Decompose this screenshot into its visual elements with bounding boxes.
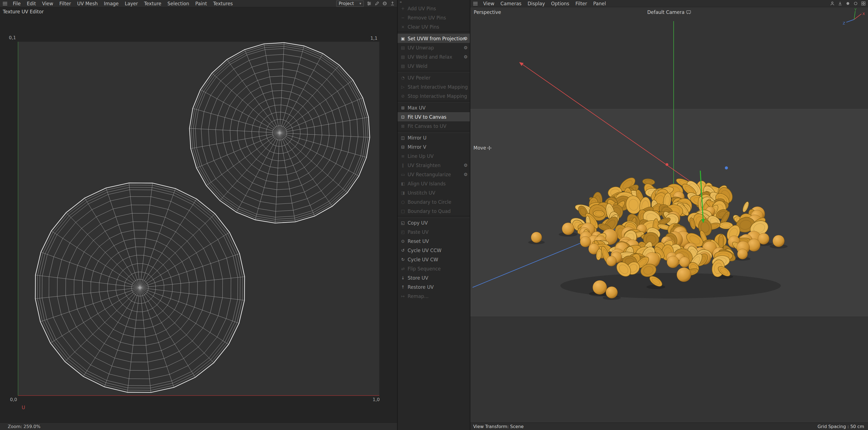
user-icon[interactable] <box>830 1 835 6</box>
sphere-icon[interactable] <box>382 1 387 6</box>
align-uv-islands-icon: ◧ <box>400 181 406 186</box>
sliders-icon[interactable] <box>367 1 372 6</box>
menu-filter[interactable]: Filter <box>56 1 74 6</box>
texture-uv-editor-panel: FileEditViewFilterUV MeshImageLayerTextu… <box>0 0 397 430</box>
view-transform-status: View Transform: Scene <box>473 424 524 429</box>
hamburger-menu-icon[interactable] <box>3 2 7 5</box>
3d-viewport[interactable]: Perspective Default Camera Move XYZ <box>470 7 868 423</box>
v-axis-line <box>18 42 18 396</box>
reset-uv-icon: ⊙ <box>400 239 406 244</box>
tool-item-label: Paste UV <box>408 229 429 235</box>
options-gear-icon[interactable]: ⚙ <box>464 163 468 168</box>
group-separator <box>398 101 470 103</box>
viewport-menu-view[interactable]: View <box>480 1 497 6</box>
boundary-to-quad-icon: □ <box>400 209 406 214</box>
fit-uv-to-canvas-icon: ⊡ <box>400 115 406 119</box>
project-dropdown[interactable]: Project ▾ <box>336 1 364 7</box>
viewport-menu-panel[interactable]: Panel <box>590 1 609 6</box>
tool-item-fit-canvas-to-uv: ⊠Fit Canvas to UV <box>398 121 470 131</box>
tool-item-label: Cycle UV CW <box>408 257 438 262</box>
options-gear-icon[interactable]: ⚙ <box>464 45 468 50</box>
tool-item-align-uv-islands: ◧Align UV Islands <box>398 179 470 188</box>
camera-name: Default Camera <box>647 9 684 15</box>
tool-item-set-uvw-from-projection[interactable]: ▣Set UVW from Projection⚙ <box>398 34 470 43</box>
active-tool-label: Move <box>473 145 492 151</box>
tool-item-restore-uv[interactable]: ↑Restore UV <box>398 282 470 292</box>
download-icon[interactable] <box>837 1 842 6</box>
tool-item-boundary-to-quad: □Boundary to Quad <box>398 206 470 216</box>
upload-icon[interactable] <box>390 1 395 6</box>
tool-item-label: Restore UV <box>408 284 434 290</box>
tool-item-cycle-uv-cw[interactable]: ↻Cycle UV CW <box>398 255 470 264</box>
menu-edit[interactable]: Edit <box>24 1 39 6</box>
menu-image[interactable]: Image <box>101 1 122 6</box>
tool-item-max-uv[interactable]: ⊞Max UV <box>398 103 470 112</box>
menu-layer[interactable]: Layer <box>122 1 141 6</box>
tool-item-boundary-to-circle: ○Boundary to Circle <box>398 197 470 206</box>
palette-grip[interactable]: ≡ <box>398 0 470 4</box>
axis-orientation-gizmo[interactable]: XYZ <box>841 8 866 26</box>
record-icon[interactable] <box>845 1 850 6</box>
stop-interactive-mapping-icon: ⊘ <box>400 94 406 99</box>
menu-paint[interactable]: Paint <box>192 1 210 6</box>
tool-item-clear-uv-pins: ×Clear UV Pins <box>398 22 470 31</box>
tool-item-stop-interactive-mapping: ⊘Stop Interactive Mapping <box>398 91 470 101</box>
u-axis-line <box>18 395 379 396</box>
tool-item-uv-weld: ▧UV Weld <box>398 61 470 70</box>
tool-item-label: UV Rectangularize <box>408 172 451 177</box>
uv-peeler-icon: ◔ <box>400 75 406 80</box>
grid-icon[interactable] <box>861 1 866 6</box>
unstitch-uv-icon: ◨ <box>400 191 406 195</box>
menu-textures[interactable]: Textures <box>210 1 236 6</box>
active-camera-label[interactable]: Default Camera <box>647 9 691 15</box>
group-separator <box>398 131 470 133</box>
tool-item-label: UV Peeler <box>408 75 430 81</box>
options-gear-icon[interactable]: ⚙ <box>464 172 468 177</box>
tool-item-reset-uv[interactable]: ⊙Reset UV <box>398 236 470 246</box>
tool-item-add-uv-pins: +Add UV Pins <box>398 4 470 13</box>
options-gear-icon[interactable]: ⚙ <box>464 36 468 41</box>
cycle-uv-cw-icon: ↻ <box>400 257 406 262</box>
uv-corner-bottom-left: 0,0 <box>10 397 17 402</box>
tool-item-remap: ↦Remap... <box>398 292 470 301</box>
options-gear-icon[interactable]: ⚙ <box>464 54 468 59</box>
tool-item-fit-uv-to-canvas[interactable]: ⊡Fit UV to Canvas <box>398 112 470 121</box>
tool-item-copy-uv[interactable]: ◱Copy UV <box>398 218 470 227</box>
viewport-menu-items: ViewCamerasDisplayOptionsFilterPanel <box>480 1 609 6</box>
viewport-statusbar: View Transform: Scene Grid Spacing : 50 … <box>470 423 868 430</box>
tool-item-cycle-uv-ccw[interactable]: ↺Cycle UV CCW <box>398 246 470 255</box>
tool-item-mirror-v[interactable]: ⊟Mirror V <box>398 142 470 151</box>
copy-uv-icon: ◱ <box>400 221 406 225</box>
circle-icon[interactable] <box>853 1 858 6</box>
tool-item-label: Store UV <box>408 275 428 281</box>
tool-item-label: Boundary to Circle <box>408 199 451 205</box>
uv-canvas-area[interactable]: Texture UV Editor 0,1 1,1 0,0 1,0 U <box>0 7 397 423</box>
uv-corner-top-left: 0,1 <box>9 35 16 40</box>
viewport-menu-display[interactable]: Display <box>525 1 548 6</box>
zoom-level: Zoom: 259.0% <box>8 424 40 429</box>
menu-file[interactable]: File <box>10 1 24 6</box>
hamburger-menu-icon[interactable] <box>473 2 477 5</box>
menu-uv-mesh[interactable]: UV Mesh <box>74 1 101 6</box>
menu-view[interactable]: View <box>39 1 56 6</box>
max-uv-icon: ⊞ <box>400 105 406 110</box>
uv-corner-top-right: 1,1 <box>370 35 377 41</box>
viewport-menu-filter[interactable]: Filter <box>572 1 590 6</box>
menu-selection[interactable]: Selection <box>164 1 192 6</box>
tool-item-mirror-u[interactable]: ◫Mirror U <box>398 133 470 142</box>
brush-icon[interactable] <box>374 1 379 6</box>
uv-corner-bottom-right: 1,0 <box>373 397 379 402</box>
tool-item-store-uv[interactable]: ↓Store UV <box>398 273 470 282</box>
tool-item-label: Clear UV Pins <box>408 24 439 30</box>
group-separator <box>398 216 470 218</box>
uv-unit-square[interactable] <box>18 42 379 396</box>
remove-uv-pins-icon: − <box>400 15 406 20</box>
viewport-menu-options[interactable]: Options <box>548 1 572 6</box>
panel-title: Texture UV Editor <box>3 9 43 15</box>
tool-item-label: Set UVW from Projection <box>408 36 466 41</box>
menu-texture[interactable]: Texture <box>141 1 164 6</box>
tool-item-label: UV Weld <box>408 63 427 69</box>
uv-unwrap-icon: ▤ <box>400 45 406 50</box>
tool-item-label: Remove UV Pins <box>408 15 446 21</box>
viewport-menu-cameras[interactable]: Cameras <box>497 1 525 6</box>
